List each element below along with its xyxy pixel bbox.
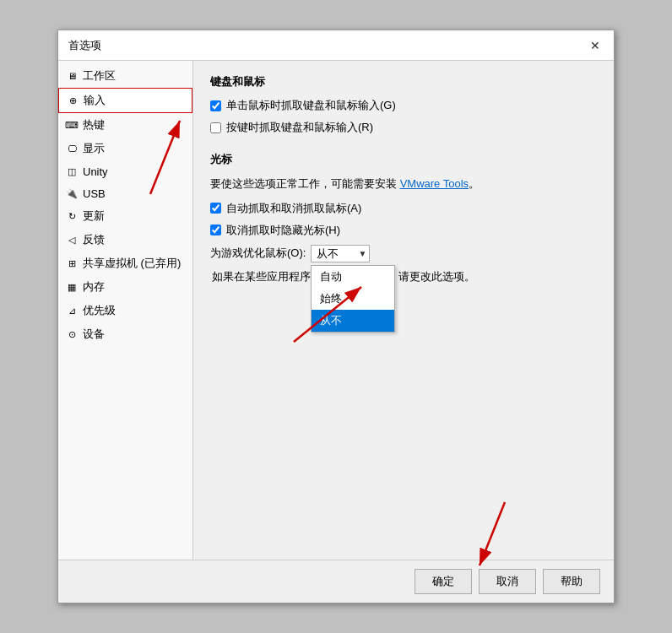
auto-grab-label: 自动抓取和取消抓取鼠标(A) — [226, 201, 361, 216]
cursor-section-title: 光标 — [210, 152, 597, 167]
grab-key-press-checkbox[interactable] — [210, 122, 221, 133]
dialog-body: 🖥 工作区 ⊕ 输入 ⌨ 热键 🖵 显示 ◫ Unity — [58, 61, 614, 560]
sidebar-item-hotkeys[interactable]: ⌨ 热键 — [58, 113, 192, 137]
keyboard-mouse-title: 键盘和鼠标 — [210, 74, 597, 89]
optimize-cursor-select-wrapper: 从不 ▼ 自动 始终 从不 — [311, 245, 370, 262]
optimize-cursor-select[interactable]: 从不 — [311, 245, 370, 262]
sidebar-item-label: 更新 — [83, 208, 105, 224]
help-button[interactable]: 帮助 — [543, 569, 600, 594]
cancel-button[interactable]: 取消 — [479, 569, 536, 594]
ok-button[interactable]: 确定 — [415, 569, 472, 594]
optimize-cursor-row: 为游戏优化鼠标(O): 从不 ▼ 自动 始终 从不 — [210, 245, 597, 262]
sidebar-item-memory[interactable]: ▦ 内存 — [58, 275, 192, 299]
memory-icon: ▦ — [65, 280, 79, 294]
dropdown-item-auto[interactable]: 自动 — [312, 266, 394, 288]
sidebar-item-feedback[interactable]: ◁ 反馈 — [58, 228, 192, 252]
usb-icon: 🔌 — [65, 187, 79, 200]
input-icon: ⊕ — [66, 94, 79, 107]
grab-keyboard-mouse-label: 单击鼠标时抓取键盘和鼠标输入(G) — [226, 98, 396, 113]
cursor-info-text1: 要使这些选项正常工作，可能需要安装 — [210, 177, 400, 190]
content-area: 键盘和鼠标 单击鼠标时抓取键盘和鼠标输入(G) 按键时抓取键盘和鼠标输入(R) … — [193, 61, 614, 560]
update-icon: ↻ — [65, 209, 79, 223]
sidebar-item-label: 热键 — [83, 117, 105, 133]
sidebar-item-shared-vm[interactable]: ⊞ 共享虚拟机 (已弃用) — [58, 252, 192, 275]
sidebar-item-input[interactable]: ⊕ 输入 — [58, 88, 192, 113]
dialog-footer: 确定 取消 帮助 — [58, 560, 614, 603]
vmware-tools-link[interactable]: VMware Tools — [400, 177, 469, 190]
hide-cursor-checkbox[interactable] — [210, 225, 221, 235]
dropdown-item-always[interactable]: 始终 — [312, 288, 394, 310]
sidebar-item-label: Unity — [83, 165, 108, 178]
preferences-dialog: 首选项 ✕ 🖥 工作区 ⊕ 输入 ⌨ 热键 🖵 — [57, 30, 615, 603]
hotkeys-icon: ⌨ — [65, 118, 79, 132]
sidebar-item-label: 显示 — [83, 141, 105, 156]
sidebar-item-label: 工作区 — [83, 68, 116, 84]
hide-cursor-label: 取消抓取时隐藏光标(H) — [226, 223, 340, 238]
auto-grab-row: 自动抓取和取消抓取鼠标(A) — [210, 201, 597, 216]
sidebar-item-label: 设备 — [83, 327, 105, 342]
sidebar-item-label: 反馈 — [83, 232, 105, 247]
sidebar-item-label: 内存 — [83, 279, 105, 295]
sidebar-item-label: 共享虚拟机 (已弃用) — [83, 256, 181, 271]
optimize-cursor-label: 为游戏优化鼠标(O): — [210, 246, 306, 261]
grab-keyboard-mouse-row: 单击鼠标时抓取键盘和鼠标输入(G) — [210, 98, 597, 113]
close-button[interactable]: ✕ — [587, 37, 604, 54]
grab-key-press-label: 按键时抓取键盘和鼠标输入(R) — [226, 120, 373, 135]
unity-icon: ◫ — [65, 165, 79, 178]
workspace-icon: 🖥 — [65, 69, 79, 83]
note-row: 如果在某些应用程序中出现鼠标问题，请更改此选项。 — [210, 269, 597, 284]
hide-cursor-row: 取消抓取时隐藏光标(H) — [210, 223, 597, 238]
sidebar: 🖥 工作区 ⊕ 输入 ⌨ 热键 🖵 显示 ◫ Unity — [58, 61, 193, 560]
sidebar-item-label: 优先级 — [83, 303, 116, 318]
display-icon: 🖵 — [65, 142, 79, 155]
shared-vm-icon: ⊞ — [65, 257, 79, 270]
sidebar-item-usb[interactable]: 🔌 USB — [58, 182, 192, 204]
cursor-info: 要使这些选项正常工作，可能需要安装 VMware Tools。 — [210, 176, 597, 192]
title-bar: 首选项 ✕ — [58, 30, 614, 61]
dropdown-item-never[interactable]: 从不 — [312, 310, 394, 332]
feedback-icon: ◁ — [65, 233, 79, 246]
sidebar-item-devices[interactable]: ⊙ 设备 — [58, 322, 192, 346]
dialog-title: 首选项 — [68, 38, 101, 53]
sidebar-item-label: USB — [83, 187, 106, 200]
priority-icon: ⊿ — [65, 304, 79, 317]
sidebar-item-priority[interactable]: ⊿ 优先级 — [58, 299, 192, 322]
sidebar-item-unity[interactable]: ◫ Unity — [58, 160, 192, 182]
grab-keyboard-mouse-checkbox[interactable] — [210, 100, 221, 111]
cursor-info-text2: 。 — [469, 177, 480, 190]
sidebar-item-workspace[interactable]: 🖥 工作区 — [58, 64, 192, 88]
sidebar-item-update[interactable]: ↻ 更新 — [58, 204, 192, 228]
auto-grab-checkbox[interactable] — [210, 203, 221, 214]
sidebar-item-display[interactable]: 🖵 显示 — [58, 137, 192, 160]
dropdown-popup: 自动 始终 从不 — [311, 265, 395, 333]
devices-icon: ⊙ — [65, 327, 79, 341]
sidebar-item-label: 输入 — [84, 93, 106, 108]
grab-key-press-row: 按键时抓取键盘和鼠标输入(R) — [210, 120, 597, 135]
